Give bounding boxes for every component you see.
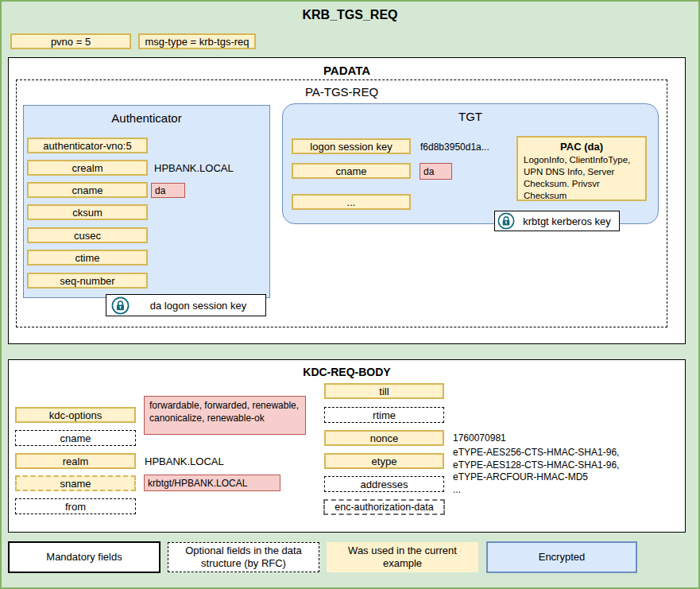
- tgt-cname-value: da: [420, 163, 452, 180]
- logon-session-key-value: f6d8b3950d1a...: [420, 141, 489, 153]
- krbtgt-kerberos-key-label: krbtgt kerberos key: [517, 215, 617, 227]
- field-till: till: [324, 383, 444, 399]
- krbtgt-kerberos-key-badge: krbtgt kerberos key: [494, 211, 620, 231]
- field-sname: sname: [15, 475, 136, 491]
- sname-value: krbtgt/HPBANK.LOCAL: [144, 475, 280, 491]
- field-cksum: cksum: [27, 204, 148, 220]
- field-rtime: rtime: [324, 407, 444, 423]
- krb-tgs-req-diagram: KRB_TGS_REQ pvno = 5 msg-type = krb-tgs-…: [0, 0, 700, 589]
- field-tgt-cname: cname: [292, 163, 411, 179]
- pac-body: LogonInfo, ClientInfoType, UPN DNS Info,…: [524, 154, 640, 202]
- lock-icon: [497, 212, 515, 230]
- field-etype: etype: [324, 453, 444, 469]
- msg-type-field: msg-type = krb-tgs-req: [138, 33, 256, 49]
- field-authenticator-vno: authenticator-vno:5: [27, 138, 148, 153]
- kdc-req-body-title: KDC-REQ-BODY: [8, 366, 686, 378]
- field-addresses: addresses: [324, 476, 444, 492]
- authenticator-panel: [23, 105, 270, 298]
- field-seq-number: seq-number: [27, 273, 148, 289]
- field-cname: cname: [27, 182, 148, 198]
- field-cusec: cusec: [27, 227, 148, 243]
- pa-tgs-req-title: PA-TGS-REQ: [16, 85, 667, 99]
- kdc-options-value: forwardable, forwarded, renewable, canon…: [144, 396, 306, 435]
- tgt-title: TGT: [282, 110, 659, 123]
- field-crealm: crealm: [27, 160, 148, 176]
- field-realm: realm: [15, 453, 136, 469]
- field-kdc-cname: cname: [15, 430, 136, 446]
- field-kdc-options: kdc-options: [15, 407, 136, 423]
- da-logon-session-key-badge: da logon session key: [106, 294, 266, 316]
- lock-icon: [111, 296, 130, 315]
- page-title: KRB_TGS_REQ: [2, 8, 698, 22]
- da-logon-session-key-label: da logon session key: [136, 300, 261, 312]
- legend-mandatory: Mandatory fields: [8, 541, 160, 573]
- cname-value: da: [151, 183, 185, 198]
- field-logon-session-key: logon session key: [292, 138, 411, 154]
- field-tgt-ellipsis: ...: [292, 194, 411, 210]
- pac-title: PAC (da): [524, 141, 640, 153]
- field-from: from: [15, 498, 136, 514]
- field-ctime: ctime: [27, 250, 148, 265]
- etype-value: eTYPE-AES256-CTS-HMAC-SHA1-96, eTYPE-AES…: [453, 447, 619, 496]
- crealm-value: HPBANK.LOCAL: [154, 162, 234, 174]
- realm-value: HPBANK.LOCAL: [145, 455, 224, 467]
- field-nonce: nonce: [324, 430, 444, 446]
- field-enc-authorization-data: enc-authorization-data: [323, 499, 445, 515]
- authenticator-title: Authenticator: [23, 111, 270, 125]
- pac-box: PAC (da) LogonInfo, ClientInfoType, UPN …: [516, 136, 647, 201]
- pvno-field: pvno = 5: [10, 33, 131, 49]
- padata-title: PADATA: [8, 64, 686, 77]
- nonce-value: 1760070981: [453, 432, 506, 444]
- legend-optional: Optional fields in the data structure (b…: [168, 542, 319, 572]
- legend-encrypted: Encrypted: [486, 541, 637, 573]
- legend-used-in-example: Was used in the current example: [327, 542, 478, 572]
